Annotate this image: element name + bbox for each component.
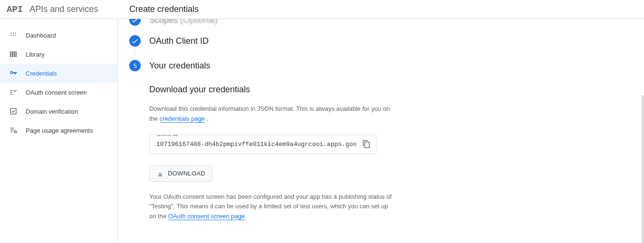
sidebar-item-dashboard[interactable]: Dashboard [0, 26, 117, 45]
sidebar-item-label: OAuth consent screen [26, 89, 87, 96]
oauth-consent-screen-link[interactable]: OAuth consent screen page [168, 213, 245, 220]
svg-rect-8 [14, 51, 15, 57]
check-badge-icon [129, 35, 141, 47]
copy-icon[interactable] [361, 138, 372, 150]
step-connector [135, 26, 135, 35]
check-square-icon [9, 107, 18, 116]
check-badge-icon [129, 19, 141, 26]
step-your-credentials[interactable]: 5 Your credentials [129, 60, 633, 71]
sidebar-header: API APIs and services [0, 4, 118, 15]
credentials-page-link[interactable]: credentials page [160, 115, 205, 123]
consent-icon [9, 87, 18, 97]
stepper: Scopes (Optional) OAuth Client ID 5 Your… [129, 19, 633, 71]
download-description: Download this credential information in … [149, 104, 392, 124]
svg-rect-14 [10, 128, 14, 129]
product-title: APIs and services [29, 4, 98, 14]
svg-rect-10 [10, 90, 12, 91]
step-label: Scopes (Optional) [149, 19, 218, 25]
sidebar-item-label: Domain verification [26, 108, 78, 115]
download-button[interactable]: DOWNLOAD [149, 165, 212, 182]
client-id-label: Client ID [154, 135, 180, 137]
sidebar-item-credentials[interactable]: Credentials [0, 64, 117, 83]
svg-rect-7 [12, 51, 13, 57]
sidebar-item-label: Dashboard [26, 32, 56, 39]
svg-rect-11 [10, 92, 12, 93]
svg-rect-12 [10, 94, 12, 95]
sidebar-item-domain-verification[interactable]: Domain verification [0, 102, 117, 121]
svg-rect-9 [16, 51, 17, 57]
svg-point-5 [15, 35, 16, 36]
step-oauth-client-id[interactable]: OAuth Client ID [129, 35, 633, 47]
svg-point-4 [13, 35, 14, 36]
svg-point-2 [15, 32, 16, 33]
sidebar-item-page-usage[interactable]: Page usage agreements [0, 121, 117, 140]
client-id-value: 107196167488-dh4b2pmpivffe011kic4em9a4ug… [156, 141, 356, 148]
svg-rect-13 [10, 108, 16, 114]
sidebar-item-oauth-consent[interactable]: OAuth consent screen [0, 83, 117, 102]
svg-point-0 [10, 32, 11, 33]
agreements-icon [9, 126, 18, 135]
dashboard-icon [9, 30, 18, 40]
svg-point-17 [14, 131, 17, 133]
key-icon [9, 68, 18, 78]
step-label: OAuth Client ID [149, 36, 209, 46]
topbar: API APIs and services Create credentials [0, 0, 644, 19]
download-button-label: DOWNLOAD [168, 170, 205, 177]
sidebar-item-library[interactable]: Library [0, 45, 117, 64]
svg-point-3 [10, 35, 11, 36]
consent-info-text: Your OAuth consent screen has been confi… [149, 192, 392, 222]
page-title: Create credentials [118, 4, 199, 14]
sidebar-item-label: Library [26, 51, 45, 58]
svg-rect-15 [10, 130, 14, 131]
credentials-panel: Download your credentials Download this … [149, 85, 392, 222]
sidebar-item-label: Credentials [26, 70, 57, 77]
svg-point-1 [13, 32, 14, 33]
step-number-badge: 5 [129, 60, 141, 71]
step-connector [135, 47, 135, 56]
svg-rect-6 [10, 51, 11, 57]
step-label: Your credentials [149, 61, 210, 71]
svg-rect-16 [10, 131, 13, 132]
scrollbar[interactable] [642, 95, 644, 243]
main-content: Scopes (Optional) OAuth Client ID 5 Your… [118, 19, 644, 243]
step-scopes[interactable]: Scopes (Optional) [129, 19, 633, 26]
download-heading: Download your credentials [149, 85, 392, 95]
sidebar-item-label: Page usage agreements [26, 127, 93, 134]
download-icon [156, 170, 164, 177]
client-id-field[interactable]: Client ID 107196167488-dh4b2pmpivffe011k… [149, 135, 376, 154]
library-icon [9, 49, 18, 59]
api-logo: API [7, 4, 23, 15]
sidebar: Dashboard Library Credentials OAuth cons… [0, 19, 118, 243]
